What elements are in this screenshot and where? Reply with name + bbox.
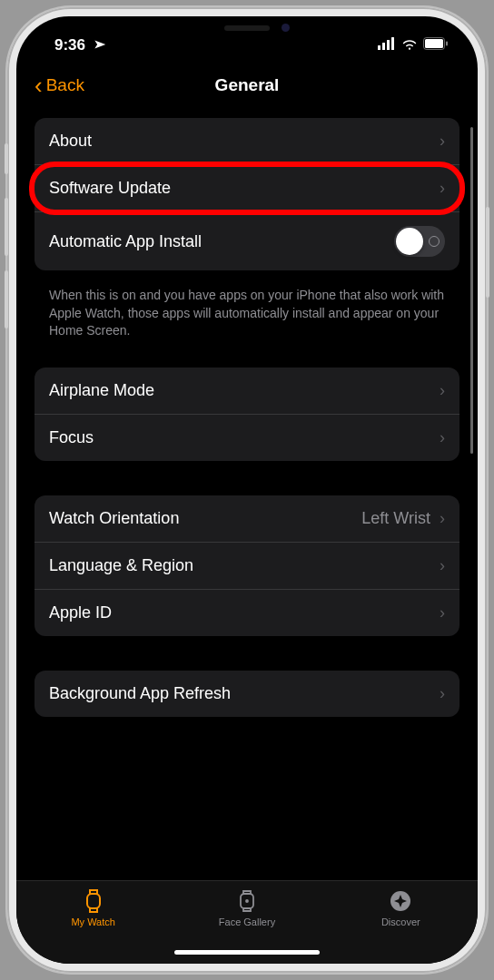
tab-face-gallery-label: Face Gallery bbox=[219, 916, 275, 927]
svg-rect-3 bbox=[391, 37, 394, 50]
row-apple-id[interactable]: Apple ID › bbox=[35, 589, 459, 636]
volume-down-button bbox=[5, 270, 8, 328]
row-background-app-refresh[interactable]: Background App Refresh › bbox=[35, 671, 459, 717]
phone-frame: 9:36 bbox=[7, 7, 487, 973]
back-chevron-icon: ‹ bbox=[35, 74, 43, 97]
scroll-indicator bbox=[470, 127, 473, 454]
background-app-refresh-label: Background App Refresh bbox=[49, 684, 440, 703]
chevron-right-icon: › bbox=[440, 556, 445, 575]
tab-discover[interactable]: Discover bbox=[346, 888, 455, 964]
row-focus[interactable]: Focus › bbox=[35, 414, 459, 461]
chevron-right-icon: › bbox=[440, 381, 445, 400]
notch bbox=[152, 16, 342, 45]
chevron-right-icon: › bbox=[440, 428, 445, 447]
power-button bbox=[486, 207, 489, 298]
row-airplane-mode[interactable]: Airplane Mode › bbox=[35, 368, 459, 414]
cellular-icon bbox=[378, 36, 396, 54]
chevron-right-icon: › bbox=[440, 132, 445, 151]
wifi-icon bbox=[401, 36, 418, 54]
row-watch-orientation[interactable]: Watch Orientation Left Wrist › bbox=[35, 495, 459, 542]
svg-rect-6 bbox=[446, 42, 448, 46]
chevron-right-icon: › bbox=[440, 179, 445, 198]
back-button[interactable]: ‹ Back bbox=[35, 74, 84, 97]
volume-up-button bbox=[5, 198, 8, 256]
tab-my-watch-label: My Watch bbox=[71, 916, 115, 927]
svg-rect-5 bbox=[425, 39, 443, 48]
about-label: About bbox=[49, 132, 440, 151]
mute-switch bbox=[5, 143, 8, 174]
auto-install-footer: When this is on and you have apps on you… bbox=[35, 278, 459, 340]
back-label: Back bbox=[46, 75, 84, 95]
watch-face-icon bbox=[234, 888, 260, 914]
airplane-mode-label: Airplane Mode bbox=[49, 381, 440, 400]
screen: 9:36 bbox=[16, 16, 478, 964]
status-time: 9:36 bbox=[54, 36, 85, 54]
row-about[interactable]: About › bbox=[35, 118, 459, 164]
row-language-region[interactable]: Language & Region › bbox=[35, 542, 459, 589]
section-background: Background App Refresh › bbox=[35, 671, 459, 717]
content-scroll[interactable]: About › Software Update › Automatic App … bbox=[16, 109, 478, 880]
svg-rect-1 bbox=[382, 43, 385, 50]
auto-install-label: Automatic App Install bbox=[49, 232, 394, 251]
apple-id-label: Apple ID bbox=[49, 603, 440, 622]
chevron-right-icon: › bbox=[440, 603, 445, 622]
svg-point-9 bbox=[246, 900, 248, 902]
language-region-label: Language & Region bbox=[49, 556, 440, 575]
focus-label: Focus bbox=[49, 428, 440, 447]
toggle-off-indicator bbox=[429, 236, 440, 247]
compass-icon bbox=[388, 888, 413, 914]
row-software-update[interactable]: Software Update › bbox=[35, 164, 459, 211]
watch-icon bbox=[81, 888, 106, 914]
nav-title: General bbox=[215, 75, 280, 95]
row-automatic-app-install: Automatic App Install bbox=[35, 211, 459, 270]
home-indicator[interactable] bbox=[174, 950, 320, 955]
section-general: About › Software Update › Automatic App … bbox=[35, 118, 459, 270]
svg-rect-2 bbox=[387, 40, 390, 50]
chevron-right-icon: › bbox=[440, 684, 445, 703]
software-update-label: Software Update bbox=[49, 179, 440, 198]
section-device: Watch Orientation Left Wrist › Language … bbox=[35, 495, 459, 636]
toggle-knob bbox=[396, 228, 423, 255]
tab-my-watch[interactable]: My Watch bbox=[39, 888, 148, 964]
auto-install-toggle[interactable] bbox=[394, 226, 445, 257]
watch-orientation-label: Watch Orientation bbox=[49, 509, 361, 528]
chevron-right-icon: › bbox=[440, 509, 445, 528]
tab-discover-label: Discover bbox=[381, 916, 420, 927]
svg-rect-0 bbox=[378, 45, 380, 50]
location-icon bbox=[86, 34, 108, 56]
section-connectivity: Airplane Mode › Focus › bbox=[35, 368, 459, 461]
svg-rect-7 bbox=[87, 894, 100, 908]
watch-orientation-value: Left Wrist bbox=[361, 509, 430, 528]
battery-icon bbox=[423, 36, 449, 54]
nav-bar: ‹ Back General bbox=[16, 62, 478, 109]
